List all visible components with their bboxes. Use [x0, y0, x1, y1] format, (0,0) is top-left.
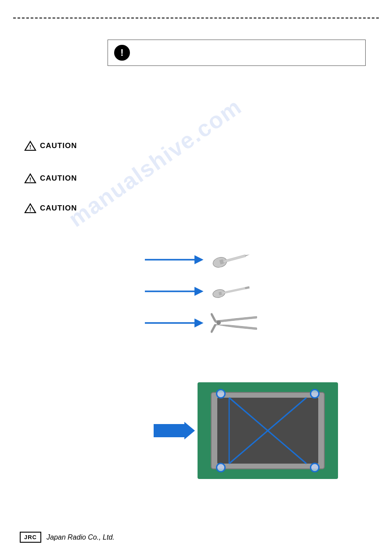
caution-item-3: ! CAUTION [24, 203, 77, 214]
arrow-tool-1 [145, 255, 206, 265]
caution-label-1: CAUTION [40, 141, 77, 150]
screw-tr [310, 389, 320, 399]
exclamation-mark: ! [120, 47, 123, 58]
jrc-brand: JRC [24, 534, 37, 540]
watermark: manualshive.com [64, 93, 246, 232]
caution-label-3: CAUTION [40, 204, 77, 213]
caution-triangle-icon-3: ! [24, 203, 36, 214]
svg-rect-10 [223, 255, 246, 263]
caution-triangle-icon-1: ! [24, 141, 36, 151]
top-dashed-line [13, 18, 379, 18]
arrow-tool-3 [145, 318, 206, 328]
notice-icon: ! [114, 45, 130, 61]
blue-arrow-head [184, 422, 195, 439]
caution-triangle-icon-2: ! [24, 173, 36, 184]
caution-item-1: ! CAUTION [24, 141, 77, 151]
screw-tl [216, 389, 226, 399]
tool-row-2 [145, 281, 252, 301]
tool-row-1 [145, 250, 252, 269]
screw-br [310, 463, 320, 472]
svg-point-8 [212, 256, 228, 269]
company-name: Japan Radio Co., Ltd. [47, 533, 115, 541]
blue-rect [154, 424, 184, 437]
blue-arrow-label [154, 422, 195, 439]
svg-marker-11 [245, 254, 250, 256]
screw-bl [216, 463, 226, 472]
svg-text:!: ! [29, 177, 31, 183]
flathead-screwdriver-icon [211, 281, 252, 301]
phillips-screwdriver-icon [211, 250, 252, 269]
svg-text:!: ! [29, 144, 31, 150]
lcd-section [198, 382, 370, 479]
caution-label-2: CAUTION [40, 174, 77, 183]
notice-box: ! [108, 40, 366, 66]
svg-point-20 [216, 320, 221, 325]
jrc-brand-box: JRC [20, 532, 41, 543]
arrow-tool-2 [145, 287, 206, 296]
footer: JRC Japan Radio Co., Ltd. [20, 532, 115, 543]
caution-item-2: ! CAUTION [24, 173, 77, 184]
pliers-icon [211, 312, 259, 334]
svg-text:!: ! [29, 207, 31, 213]
tool-row-3 [145, 312, 259, 334]
svg-rect-17 [245, 286, 250, 289]
lcd-container [198, 382, 338, 479]
svg-rect-16 [221, 287, 245, 294]
